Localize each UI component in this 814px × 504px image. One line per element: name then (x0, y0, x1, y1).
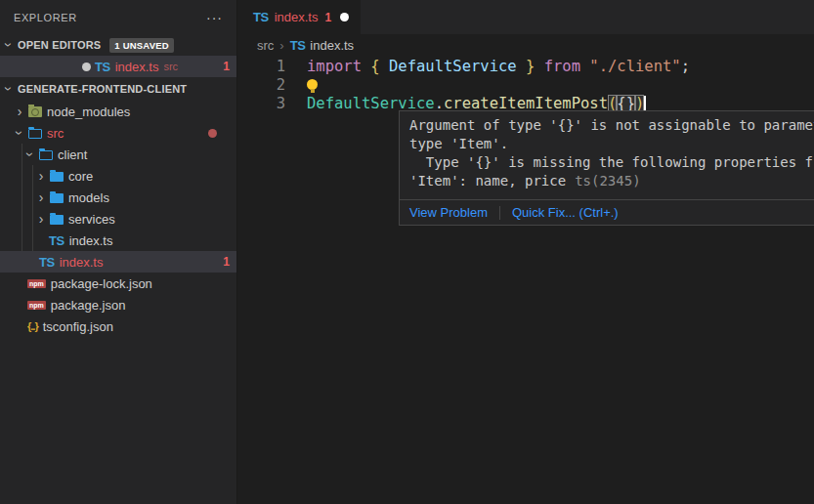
open-editors-label: OPEN EDITORS (18, 39, 101, 51)
quick-fix-lightbulb-icon[interactable] (307, 79, 318, 90)
code-token: ; (681, 58, 690, 75)
problems-count-badge: 1 (223, 255, 230, 269)
unsaved-dot-icon[interactable] (340, 13, 349, 21)
chevron-right-icon[interactable]: › (36, 171, 46, 181)
code-token: "./client" (589, 58, 680, 75)
tree-item-tsconfig-json[interactable]: {..} tsconfig.json (0, 315, 236, 337)
error-message-line: 'Item': name, pricets(2345) (409, 172, 814, 190)
line-number: 2 (238, 76, 285, 95)
tree-item-client[interactable]: › client (0, 144, 236, 165)
modified-dot-icon[interactable] (82, 63, 91, 71)
actions-divider (499, 206, 500, 220)
code-line-2[interactable]: 2 (238, 76, 814, 95)
open-editor-item-index-ts[interactable]: TS index.ts src 1 (0, 56, 236, 77)
open-folder-icon (28, 129, 42, 139)
tree-item-models[interactable]: › models (0, 187, 236, 208)
tree-item-node-modules[interactable]: › node_modules (0, 101, 236, 122)
chevron-right-icon[interactable]: › (15, 106, 24, 116)
open-folder-icon (39, 150, 53, 160)
tab-bar: TS index.ts 1 (238, 0, 814, 34)
tree-item-label: services (68, 212, 115, 227)
tree-item-label: package.json (51, 298, 126, 313)
typescript-icon: TS (95, 60, 110, 74)
editor-area: TS index.ts 1 src › TS index.ts 1import … (238, 0, 814, 504)
chevron-down-icon[interactable]: › (4, 40, 14, 50)
node-modules-folder-icon (28, 106, 42, 117)
open-editors-header[interactable]: › OPEN EDITORS 1 UNSAVED (0, 34, 236, 56)
workspace-root-header[interactable]: › GENERATE-FRONTEND-CLIENT (0, 77, 236, 101)
tree-item-package-json[interactable]: npm package.json (0, 294, 236, 315)
tree-item-label: node_modules (47, 105, 130, 119)
open-editor-filename: index.ts (115, 60, 159, 74)
open-editor-folder-hint: src (163, 61, 178, 72)
typescript-icon: TS (253, 10, 269, 24)
more-actions-icon[interactable]: ··· (206, 15, 223, 21)
tree-item-label: core (68, 169, 93, 184)
tree-item-label: index.ts (69, 233, 113, 248)
quick-fix-link[interactable]: Quick Fix... (Ctrl+.) (512, 205, 619, 220)
file-tree: › node_modules › src › client › core › m… (0, 101, 236, 337)
code-token: import (307, 58, 362, 75)
view-problem-link[interactable]: View Problem (409, 205, 488, 220)
tree-item-services[interactable]: › services (0, 208, 236, 230)
tree-item-core[interactable]: › core (0, 165, 236, 187)
code-editor[interactable]: 1import { DefaultService } from "./clien… (238, 56, 814, 113)
tree-item-label: client (58, 147, 87, 162)
typescript-icon: TS (290, 38, 306, 53)
folder-icon (50, 215, 64, 225)
chevron-right-icon[interactable]: › (36, 192, 46, 202)
line-number: 1 (238, 58, 285, 76)
error-message: Argument of type '{}' is not assignable … (400, 111, 814, 199)
tree-item-src-index-ts[interactable]: TS index.ts 1 (0, 251, 236, 273)
folder-icon (50, 193, 64, 203)
code-token (580, 58, 589, 75)
tree-item-package-lock-json[interactable]: npm package-lock.json (0, 273, 236, 294)
problems-count-badge: 1 (223, 60, 230, 73)
chevron-down-icon[interactable]: › (15, 128, 24, 138)
tab-problems-count: 1 (324, 11, 331, 24)
error-message-line: Type '{}' is missing the following prope… (409, 153, 814, 172)
unsaved-badge: 1 UNSAVED (109, 38, 173, 53)
code-token (362, 58, 370, 75)
tab-index-ts[interactable]: TS index.ts 1 (238, 0, 361, 34)
tree-item-label: src (47, 126, 64, 141)
tree-item-client-index-ts[interactable]: TS index.ts (0, 230, 236, 251)
npm-icon: npm (27, 279, 46, 288)
code-token: { (370, 58, 379, 75)
code-token (535, 58, 543, 75)
error-code: ts(2345) (575, 173, 640, 189)
tree-item-label: index.ts (60, 255, 104, 270)
code-token: DefaultService (380, 58, 526, 75)
typescript-icon: TS (49, 233, 64, 248)
chevron-down-icon[interactable]: › (4, 84, 14, 94)
explorer-title: EXPLORER (14, 12, 77, 23)
npm-icon: npm (27, 301, 46, 310)
line-number: 3 (238, 95, 285, 113)
tree-item-label: models (68, 190, 109, 205)
code-token: from (544, 58, 580, 75)
breadcrumb-folder[interactable]: src (257, 38, 274, 53)
tab-label: index.ts (275, 10, 319, 24)
tree-item-label: tsconfig.json (43, 319, 113, 334)
json-config-icon: {..} (27, 320, 38, 332)
chevron-right-icon[interactable]: › (36, 214, 46, 224)
tooltip-actions: View Problem Quick Fix... (Ctrl+.) (400, 199, 814, 225)
error-message-line: type 'Item'. (409, 135, 814, 153)
folder-icon (50, 172, 64, 182)
breadcrumb-file[interactable]: index.ts (310, 38, 354, 53)
chevron-down-icon[interactable]: › (25, 149, 35, 159)
error-hover-tooltip: Argument of type '{}' is not assignable … (399, 110, 814, 226)
code-line-1[interactable]: 1import { DefaultService } from "./clien… (238, 58, 814, 76)
error-message-text: 'Item': name, price (409, 173, 566, 189)
workspace-root-label: GENERATE-FRONTEND-CLIENT (18, 83, 187, 95)
breadcrumb-separator-icon: › (279, 38, 283, 53)
tree-item-label: package-lock.json (51, 276, 152, 291)
error-dot-icon (208, 129, 217, 138)
typescript-icon: TS (39, 255, 55, 270)
code-token: } (526, 58, 535, 75)
breadcrumb: src › TS index.ts (238, 34, 814, 56)
explorer-sidebar: EXPLORER ··· › OPEN EDITORS 1 UNSAVED TS… (0, 0, 237, 504)
error-message-line: Argument of type '{}' is not assignable … (409, 116, 814, 135)
tree-item-src[interactable]: › src (0, 122, 236, 144)
